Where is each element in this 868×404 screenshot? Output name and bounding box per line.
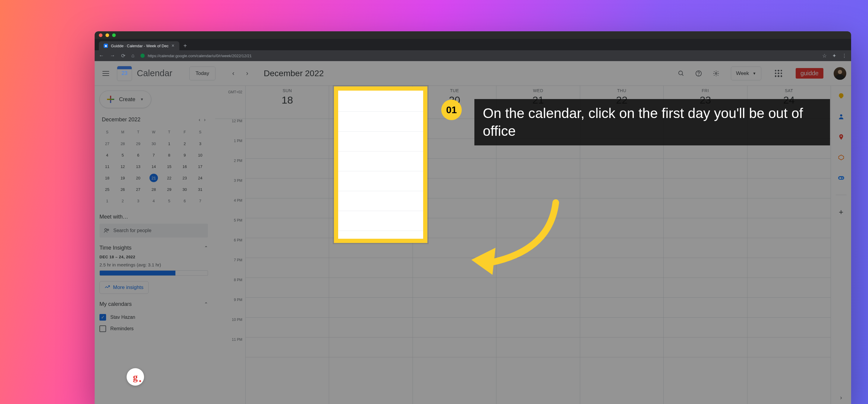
help-icon[interactable] bbox=[692, 67, 705, 80]
mini-date[interactable]: 11 bbox=[99, 161, 115, 172]
time-slot[interactable] bbox=[329, 218, 412, 238]
google-apps-button[interactable] bbox=[772, 67, 785, 80]
mini-date[interactable]: 29 bbox=[161, 183, 177, 195]
mini-date[interactable]: 25 bbox=[99, 183, 115, 195]
mini-date[interactable]: 3 bbox=[130, 195, 146, 206]
mini-date[interactable]: 28 bbox=[146, 183, 161, 195]
day-column[interactable] bbox=[412, 119, 496, 404]
time-slot[interactable] bbox=[329, 337, 412, 357]
time-slot[interactable] bbox=[329, 119, 412, 139]
browser-tab[interactable]: ◆ Guidde · Calendar - Week of Dec × bbox=[99, 41, 179, 50]
time-slot[interactable] bbox=[580, 258, 663, 278]
mini-date[interactable]: 30 bbox=[177, 183, 192, 195]
day-column[interactable] bbox=[663, 119, 747, 404]
time-slot[interactable] bbox=[246, 258, 329, 278]
time-slot[interactable] bbox=[664, 337, 747, 357]
mini-date[interactable]: 26 bbox=[115, 183, 130, 195]
today-button[interactable]: Today bbox=[189, 67, 216, 80]
time-slot[interactable] bbox=[747, 317, 831, 337]
mini-date[interactable]: 28 bbox=[115, 138, 130, 149]
minimize-window-button[interactable] bbox=[105, 33, 109, 37]
mini-date[interactable]: 12 bbox=[115, 161, 130, 172]
nav-back-button[interactable]: ← bbox=[99, 53, 104, 59]
addon-icon[interactable] bbox=[836, 152, 846, 163]
time-slot[interactable] bbox=[664, 198, 747, 218]
mini-date[interactable]: 7 bbox=[193, 195, 208, 206]
time-slot[interactable] bbox=[413, 218, 496, 238]
time-slot[interactable] bbox=[496, 198, 580, 218]
more-insights-button[interactable]: More insights bbox=[99, 281, 149, 294]
mini-date[interactable]: 22 bbox=[161, 172, 177, 183]
add-addon-button[interactable]: + bbox=[836, 206, 846, 217]
time-slot[interactable] bbox=[413, 198, 496, 218]
time-slot[interactable] bbox=[246, 298, 329, 317]
day-column[interactable] bbox=[496, 119, 580, 404]
time-slot[interactable] bbox=[413, 298, 496, 317]
time-slot[interactable] bbox=[580, 198, 663, 218]
time-slot[interactable] bbox=[580, 218, 663, 238]
mini-date[interactable]: 14 bbox=[146, 161, 161, 172]
time-slot[interactable] bbox=[664, 238, 747, 258]
nav-home-button[interactable]: ⌂ bbox=[131, 53, 134, 59]
day-column[interactable] bbox=[329, 119, 412, 404]
create-button[interactable]: Create ▼ bbox=[99, 91, 151, 108]
mini-date[interactable]: 1 bbox=[161, 138, 177, 149]
time-slot[interactable] bbox=[747, 298, 831, 317]
time-slot[interactable] bbox=[747, 238, 831, 258]
mini-date[interactable]: 24 bbox=[193, 172, 208, 183]
calendar-checkbox[interactable] bbox=[99, 326, 106, 332]
main-menu-button[interactable] bbox=[99, 67, 112, 80]
time-slot[interactable] bbox=[413, 337, 496, 357]
time-slot[interactable] bbox=[413, 159, 496, 178]
time-slot[interactable] bbox=[246, 159, 329, 178]
time-slot[interactable] bbox=[580, 317, 663, 337]
time-slot[interactable] bbox=[329, 238, 412, 258]
time-slot[interactable] bbox=[747, 258, 831, 278]
mini-date[interactable]: 4 bbox=[99, 149, 115, 161]
time-slot[interactable] bbox=[329, 317, 412, 337]
time-slot[interactable] bbox=[496, 337, 580, 357]
mini-date-today[interactable]: 21 bbox=[150, 174, 158, 182]
tab-close-icon[interactable]: × bbox=[172, 43, 174, 48]
day-column-header[interactable]: SUN18 bbox=[245, 86, 329, 119]
time-slot[interactable] bbox=[329, 159, 412, 178]
time-slot[interactable] bbox=[413, 278, 496, 298]
time-slot[interactable] bbox=[496, 218, 580, 238]
time-slot[interactable] bbox=[496, 178, 580, 198]
time-slot[interactable] bbox=[664, 178, 747, 198]
mini-date[interactable]: 20 bbox=[130, 172, 146, 183]
nav-forward-button[interactable]: → bbox=[110, 53, 115, 59]
zoom-icon[interactable] bbox=[836, 172, 846, 183]
maximize-window-button[interactable] bbox=[112, 33, 116, 37]
time-slot[interactable] bbox=[747, 218, 831, 238]
time-slot[interactable] bbox=[496, 317, 580, 337]
mini-date[interactable]: 10 bbox=[193, 149, 208, 161]
mini-date[interactable]: 7 bbox=[146, 149, 161, 161]
time-slot[interactable] bbox=[413, 238, 496, 258]
time-slot[interactable] bbox=[246, 178, 329, 198]
time-slot[interactable] bbox=[747, 278, 831, 298]
time-slot[interactable] bbox=[747, 198, 831, 218]
mini-date[interactable]: 13 bbox=[130, 161, 146, 172]
mini-prev-month-button[interactable]: ‹ bbox=[198, 117, 200, 123]
mini-date[interactable]: 17 bbox=[193, 161, 208, 172]
time-slot[interactable] bbox=[496, 159, 580, 178]
maps-icon[interactable] bbox=[836, 132, 846, 142]
mini-date[interactable]: 27 bbox=[130, 183, 146, 195]
day-column[interactable] bbox=[580, 119, 663, 404]
time-slot[interactable] bbox=[246, 198, 329, 218]
mini-date[interactable]: 5 bbox=[115, 149, 130, 161]
time-insights-section[interactable]: Time Insights ⌃ bbox=[99, 245, 208, 251]
mini-date[interactable]: 6 bbox=[130, 149, 146, 161]
time-slot[interactable] bbox=[329, 198, 412, 218]
time-slot[interactable] bbox=[496, 238, 580, 258]
mini-date[interactable]: 3 bbox=[193, 138, 208, 149]
address-bar[interactable]: https://calendar.google.com/calendar/u/0… bbox=[141, 54, 816, 58]
mini-date[interactable]: 5 bbox=[161, 195, 177, 206]
mini-date[interactable]: 6 bbox=[177, 195, 192, 206]
time-slot[interactable] bbox=[664, 298, 747, 317]
mini-date[interactable]: 9 bbox=[177, 149, 192, 161]
time-slot[interactable] bbox=[664, 258, 747, 278]
search-people-input[interactable]: Search for people bbox=[99, 224, 208, 238]
close-window-button[interactable] bbox=[99, 33, 102, 37]
